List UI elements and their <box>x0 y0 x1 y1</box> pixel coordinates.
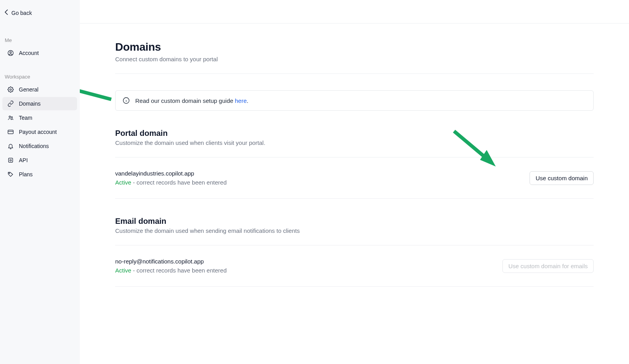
account-icon <box>7 49 14 57</box>
svg-point-2 <box>10 89 11 90</box>
svg-point-8 <box>10 159 11 161</box>
sidebar-item-team[interactable]: Team <box>2 111 77 124</box>
sidebar-item-payout-account[interactable]: Payout account <box>2 125 77 139</box>
svg-point-1 <box>10 51 11 53</box>
sidebar-item-label: Account <box>19 50 39 56</box>
info-icon <box>123 97 130 104</box>
portal-section-desc: Customize the domain used when clients v… <box>115 139 594 146</box>
page-title: Domains <box>115 41 594 53</box>
credit-card-icon <box>7 128 14 135</box>
sidebar: Go back Me Account Workspace General Dom… <box>0 0 80 364</box>
topbar <box>80 0 629 24</box>
email-domain-section: Email domain Customize the domain used w… <box>115 217 594 287</box>
portal-domain-row: vandelayindustries.copilot.app Active - … <box>115 157 594 199</box>
page-subtitle: Connect custom domains to your portal <box>115 56 594 62</box>
link-icon <box>7 100 14 107</box>
chevron-left-icon <box>5 9 8 16</box>
sidebar-item-notifications[interactable]: Notifications <box>2 139 77 153</box>
sidebar-item-api[interactable]: API <box>2 154 77 167</box>
cube-icon <box>7 157 14 164</box>
sidebar-item-label: API <box>19 157 28 163</box>
svg-rect-7 <box>9 158 13 163</box>
sidebar-item-label: General <box>19 86 39 93</box>
email-section-desc: Customize the domain used when sending e… <box>115 227 594 234</box>
svg-point-9 <box>9 173 10 174</box>
sidebar-item-domains[interactable]: Domains <box>2 97 77 110</box>
gear-icon <box>7 86 14 93</box>
notice-text: Read our custom domain setup guide here. <box>135 97 248 104</box>
sidebar-item-label: Team <box>19 115 32 121</box>
setup-guide-link[interactable]: here <box>235 97 246 104</box>
sidebar-item-account[interactable]: Account <box>2 46 77 60</box>
portal-section-title: Portal domain <box>115 129 594 138</box>
sidebar-section-me: Me <box>0 37 79 43</box>
sidebar-item-label: Domains <box>19 101 40 107</box>
portal-domain-section: Portal domain Customize the domain used … <box>115 129 594 199</box>
email-domain-value: no-reply@notifications.copilot.app <box>115 258 227 265</box>
use-custom-domain-button[interactable]: Use custom domain <box>530 171 594 185</box>
content-wrapper: Domains Connect custom domains to your p… <box>80 24 629 310</box>
bell-icon <box>7 143 14 150</box>
portal-domain-status: Active - correct records have been enter… <box>115 179 227 186</box>
sidebar-item-plans[interactable]: Plans <box>2 168 77 181</box>
main-content: Domains Connect custom domains to your p… <box>80 0 629 364</box>
header-divider <box>115 73 594 74</box>
setup-guide-notice: Read our custom domain setup guide here. <box>115 90 594 111</box>
svg-rect-5 <box>8 130 13 134</box>
sidebar-item-label: Plans <box>19 171 33 177</box>
sidebar-item-label: Payout account <box>19 129 57 135</box>
email-section-title: Email domain <box>115 217 594 226</box>
svg-point-4 <box>11 117 13 118</box>
tag-icon <box>7 171 14 178</box>
sidebar-item-general[interactable]: General <box>2 83 77 96</box>
sidebar-item-label: Notifications <box>19 143 49 149</box>
sidebar-section-workspace: Workspace <box>0 74 79 80</box>
go-back-button[interactable]: Go back <box>0 5 79 22</box>
portal-domain-value: vandelayindustries.copilot.app <box>115 170 227 177</box>
svg-point-3 <box>9 116 11 117</box>
people-icon <box>7 114 14 121</box>
use-custom-domain-emails-button[interactable]: Use custom domain for emails <box>502 259 594 273</box>
email-domain-status: Active - correct records have been enter… <box>115 267 227 274</box>
go-back-label: Go back <box>11 10 32 16</box>
email-domain-row: no-reply@notifications.copilot.app Activ… <box>115 245 594 287</box>
